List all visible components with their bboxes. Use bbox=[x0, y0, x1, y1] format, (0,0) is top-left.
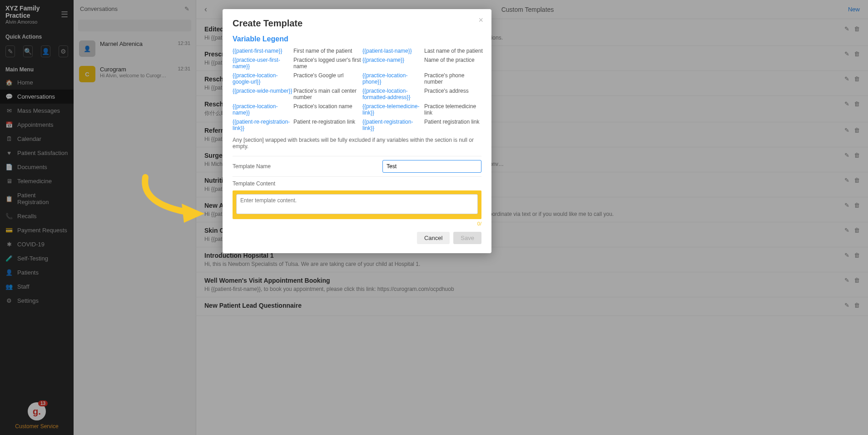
template-name-input[interactable] bbox=[382, 160, 481, 173]
variable-desc: Last name of the patient bbox=[424, 48, 483, 54]
variable-key[interactable]: {{practice-location-name}} bbox=[233, 103, 293, 116]
variable-legend-title: Variable Legend bbox=[233, 35, 481, 43]
template-name-row: Template Name bbox=[233, 156, 481, 176]
save-button[interactable]: Save bbox=[453, 232, 481, 244]
close-icon[interactable]: × bbox=[478, 15, 483, 25]
modal-title: Create Template bbox=[233, 18, 481, 29]
variable-desc: Practice's address bbox=[424, 88, 483, 100]
variable-desc: Practice's phone number bbox=[424, 72, 483, 85]
create-template-modal: × Create Template Variable Legend {{pati… bbox=[223, 9, 491, 253]
variable-key[interactable]: {{practice-telemedicine-link}} bbox=[362, 103, 423, 116]
variable-desc: Practice's logged user's first name bbox=[293, 57, 362, 70]
variable-key[interactable]: {{practice-location-google-url}} bbox=[233, 72, 293, 85]
variable-desc: Practice telemedicine link bbox=[424, 103, 483, 116]
template-content-block: Template Content 0/ bbox=[233, 176, 481, 226]
variable-legend-grid: {{patient-first-name}}First name of the … bbox=[233, 48, 481, 131]
variable-key[interactable]: {{practice-wide-number}} bbox=[233, 88, 293, 100]
variable-desc: Practice's main call center number bbox=[293, 88, 362, 100]
variable-desc: Patient registration link bbox=[424, 119, 483, 131]
variable-key[interactable]: {{patient-re-registration-link}} bbox=[233, 119, 293, 131]
legend-note: Any [section] wrapped with brackets will… bbox=[233, 137, 481, 150]
template-content-textarea[interactable] bbox=[236, 194, 478, 214]
template-name-label: Template Name bbox=[233, 163, 382, 170]
variable-desc: Name of the practice bbox=[424, 57, 483, 70]
modal-actions: Cancel Save bbox=[233, 232, 481, 244]
variable-key[interactable]: {{patient-first-name}} bbox=[233, 48, 293, 54]
template-content-label: Template Content bbox=[233, 180, 481, 187]
char-count: 0/ bbox=[233, 221, 481, 226]
variable-key[interactable]: {{patient-registration-link}} bbox=[362, 119, 423, 131]
variable-desc: First name of the patient bbox=[293, 48, 362, 54]
cancel-button[interactable]: Cancel bbox=[417, 232, 450, 244]
variable-desc: Practice's location name bbox=[293, 103, 362, 116]
variable-key[interactable]: {{practice-user-first-name}} bbox=[233, 57, 293, 70]
variable-desc: Practice's Google url bbox=[293, 72, 362, 85]
variable-desc: Patient re-registration link bbox=[293, 119, 362, 131]
variable-key[interactable]: {{practice-name}} bbox=[362, 57, 423, 70]
content-highlight bbox=[233, 190, 481, 219]
variable-key[interactable]: {{patient-last-name}} bbox=[362, 48, 423, 54]
variable-key[interactable]: {{practice-location-formatted-address}} bbox=[362, 88, 423, 100]
variable-key[interactable]: {{practice-location-phone}} bbox=[362, 72, 423, 85]
